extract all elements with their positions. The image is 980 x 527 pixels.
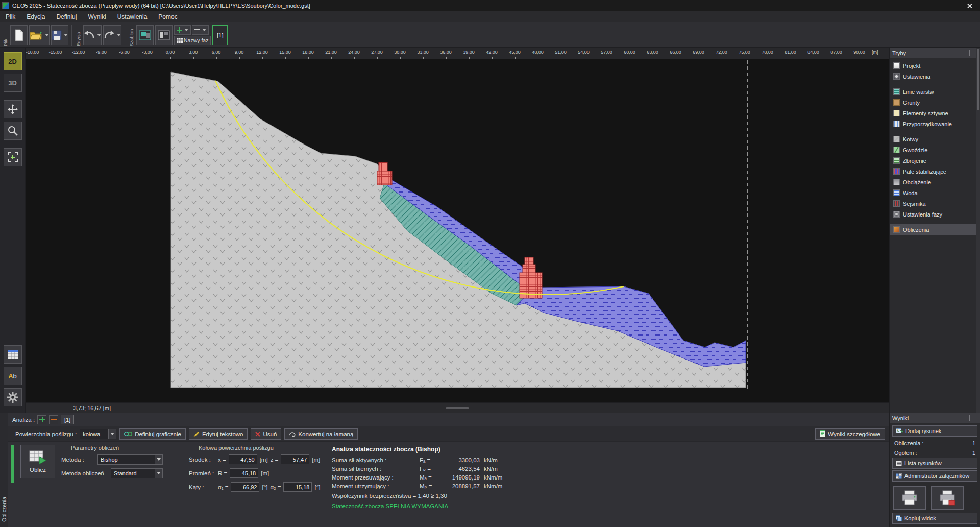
analysis-tab-1[interactable]: [1]: [61, 415, 74, 424]
minimize-button[interactable]: [916, 0, 937, 11]
undo-button[interactable]: [83, 25, 102, 45]
mode-item-linie-warstw[interactable]: Linie warstw: [890, 86, 976, 97]
alpha1-input[interactable]: -66,92: [231, 482, 259, 492]
open-file-button[interactable]: [29, 25, 50, 45]
menu-item-definiuj[interactable]: Definiuj: [51, 11, 82, 22]
drawings-list-button[interactable]: Lista rysunków: [892, 458, 977, 469]
print-document-button[interactable]: [893, 486, 926, 510]
view-3d-button[interactable]: 3D: [4, 74, 22, 92]
mode-item-ustawienia-fazy[interactable]: Ustawienia fazy: [890, 209, 976, 220]
menu-item-pomoc[interactable]: Pomoc: [153, 11, 183, 22]
tables-button[interactable]: [4, 345, 22, 364]
convert-to-polygon-button[interactable]: Konwertuj na łamaną: [284, 428, 358, 440]
x-unit: [m]: [260, 457, 268, 463]
gabion-wall-upper[interactable]: [377, 162, 392, 185]
add-phase-dropdown-icon[interactable]: [184, 29, 188, 31]
modes-scrollbar[interactable]: [976, 48, 980, 413]
phase-tab-button[interactable]: [1]: [212, 25, 228, 45]
active-analysis-indicator: [11, 445, 14, 483]
drawing-canvas[interactable]: [26, 59, 889, 402]
kotwy-icon: [893, 136, 900, 142]
r-label: R =: [218, 470, 227, 476]
mode-item-elementy-sztywne[interactable]: Elementy sztywne: [890, 108, 976, 118]
mode-item-grunty[interactable]: Grunty: [890, 97, 976, 108]
pan-tool-button[interactable]: [4, 100, 22, 118]
mode-item-obliczenia[interactable]: Obliczenia: [890, 224, 976, 235]
save-button[interactable]: [51, 25, 68, 45]
center-z-input[interactable]: 57,47: [281, 454, 309, 464]
ruler-label: -12,00: [67, 48, 90, 55]
slip-surface-select[interactable]: kołowa: [80, 429, 116, 439]
copy-view-button[interactable]: Kopiuj widok: [892, 513, 977, 524]
phase-names-button[interactable]: Nazwy faz: [174, 36, 211, 45]
mode-item-przyporzadkowanie[interactable]: Przyporządkowanie: [890, 118, 976, 129]
save-dropdown-icon[interactable]: [64, 34, 68, 36]
view-3d-label: 3D: [8, 79, 17, 87]
window-title: GEO5 2025 - Stateczność zbocza (Przepływ…: [12, 3, 310, 9]
edit-textually-button[interactable]: Edytuj tekstowo: [189, 428, 248, 440]
mode-item-kotwy[interactable]: Kotwy: [890, 134, 976, 145]
menu-item-wyniki[interactable]: Wyniki: [82, 11, 111, 22]
settings-button[interactable]: [4, 388, 22, 406]
redo-button[interactable]: [103, 25, 121, 45]
undo-dropdown-icon[interactable]: [97, 34, 101, 36]
mode-item-gwozdzie[interactable]: Gwoździe: [890, 145, 976, 155]
mode-item-ustawienia[interactable]: Ustawienia: [890, 71, 976, 82]
result-row: Suma sił aktywnych :Fₐ =3300,03kN/m: [332, 456, 577, 464]
mode-item-projekt[interactable]: Projekt: [890, 60, 976, 71]
angles-label: Kąty :: [189, 484, 215, 490]
calc-method-select[interactable]: Standard: [111, 468, 163, 478]
fit-view-button[interactable]: [4, 148, 22, 166]
template-frame-button[interactable]: [136, 25, 154, 45]
undo-icon: [84, 31, 95, 40]
view-2d-button[interactable]: 2D: [4, 52, 22, 70]
calc-method-label: Metoda obliczeń: [61, 470, 108, 476]
redo-dropdown-icon[interactable]: [117, 34, 121, 36]
mode-item-woda[interactable]: Woda: [890, 187, 976, 198]
total-count-row: Ogółem : 1: [892, 448, 977, 458]
mode-item-label: Sejsmika: [903, 201, 926, 207]
menu-item-ustawienia[interactable]: Ustawienia: [112, 11, 153, 22]
zoom-tool-button[interactable]: [4, 122, 22, 140]
slip-surface-toolbar: Powierzchnia poślizgu : kołowa Definiuj …: [8, 426, 889, 442]
delete-slip-surface-button[interactable]: Usuń: [251, 428, 281, 440]
remove-phase-dropdown-icon[interactable]: [202, 29, 206, 31]
open-dropdown-icon[interactable]: [45, 34, 49, 36]
maximize-button[interactable]: [937, 0, 959, 11]
zbrojenie-icon: [893, 157, 900, 164]
center-x-input[interactable]: 47,50: [229, 454, 257, 464]
menu-item-edycja[interactable]: Edycja: [21, 11, 51, 22]
ruler-label: 69,00: [687, 48, 710, 55]
method-select[interactable]: Bishop: [97, 454, 163, 465]
minus-icon: [194, 29, 200, 30]
remove-analysis-button[interactable]: [49, 415, 58, 424]
new-file-button[interactable]: [10, 25, 28, 45]
menu-item-plik[interactable]: Plik: [0, 11, 21, 22]
attachments-admin-button[interactable]: Administrator załączników: [892, 470, 977, 482]
detailed-results-button[interactable]: Wyniki szczegółowe: [815, 428, 885, 440]
copy-view-label: Kopiuj widok: [904, 515, 936, 521]
bottom-vertical-tab[interactable]: Obliczenia: [0, 413, 8, 527]
mode-item-pale[interactable]: Pale stabilizujące: [890, 166, 976, 177]
radius-input[interactable]: 45,18: [230, 468, 258, 478]
result-row: Moment utrzymujący :Mₚ =208891,57kNm/m: [332, 482, 577, 490]
remove-phase-button[interactable]: [192, 25, 209, 35]
add-analysis-button[interactable]: [37, 415, 46, 424]
annotation-button[interactable]: Ab: [4, 367, 22, 385]
close-button[interactable]: [959, 0, 980, 11]
define-graphically-button[interactable]: Definiuj graficznie: [119, 428, 186, 440]
print-picture-button[interactable]: [931, 486, 964, 510]
res-unit: kN/m: [484, 457, 514, 463]
phase-frame-button[interactable]: [155, 25, 173, 45]
results-collapse-button[interactable]: [969, 415, 977, 421]
mode-item-sejsmika[interactable]: Sejsmika: [890, 198, 976, 209]
panel-splitter-handle[interactable]: [446, 407, 469, 409]
alpha2-input[interactable]: 15,18: [283, 482, 312, 492]
calculate-button[interactable]: Oblicz: [20, 445, 55, 478]
add-drawing-button[interactable]: Dodaj rysunek: [892, 425, 977, 437]
scrollbar-thumb[interactable]: [977, 49, 979, 110]
mode-item-obciazenie[interactable]: Obciążenie: [890, 177, 976, 187]
gabion-wall-lower[interactable]: [520, 257, 542, 298]
add-phase-button[interactable]: [174, 25, 191, 35]
mode-item-zbrojenie[interactable]: Zbrojenie: [890, 155, 976, 166]
